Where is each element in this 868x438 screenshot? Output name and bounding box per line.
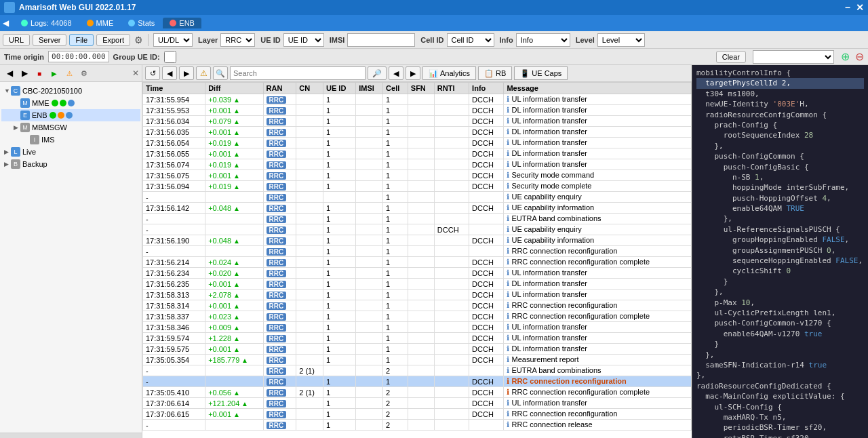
search-input[interactable] — [230, 66, 366, 80]
cell-id-select[interactable]: Cell ID — [447, 33, 494, 47]
col-imsi[interactable]: IMSI — [356, 83, 383, 94]
table-row[interactable]: 17:37:06.615+0.001 ▲RRC12DCCHℹ RRC conne… — [143, 409, 692, 420]
tree-item-backup[interactable]: ▶ B Backup — [1, 158, 140, 170]
table-row[interactable]: 17:37:06.614+121.204 ▲RRC12DCCHℹ UL info… — [143, 398, 692, 409]
tab-enb[interactable]: ENB — [163, 18, 201, 28]
clear-button[interactable]: Clear — [716, 51, 746, 63]
table-row[interactable]: 17:31:56.235+0.001 ▲RRC11DCCHℹ DL inform… — [143, 279, 692, 290]
rb-button[interactable]: 📋 RB — [478, 66, 512, 80]
tree-item-cbc[interactable]: ▼ C CBC-2021050100 — [1, 85, 140, 97]
table-row[interactable]: 17:35:05.354+185.779 ▲RRC11DCCHℹ Measure… — [143, 355, 692, 365]
tree-item-live[interactable]: ▶ L Live — [1, 146, 140, 158]
col-rnti[interactable]: RNTI — [434, 83, 469, 94]
tree-item-mbmsgw[interactable]: ▶ M MBMSGW — [1, 121, 140, 134]
table-row[interactable]: 17:31:56.190+0.048 ▲RRC11DCCHℹ UE capabi… — [143, 235, 692, 246]
imsi-input[interactable] — [347, 33, 415, 47]
search-button[interactable]: 🔍 — [213, 66, 228, 80]
layer-select[interactable]: RRC MAC PHY — [220, 33, 255, 47]
cell-ran: RRC — [263, 398, 296, 409]
log-table-container[interactable]: Time Diff RAN CN UE ID IMSI Cell SFN RNT… — [142, 82, 692, 438]
group-ue-id-checkbox[interactable] — [164, 51, 176, 63]
tree-item-ims[interactable]: I IMS — [1, 134, 140, 146]
table-row[interactable]: -RRC11ℹ EUTRA band combinations — [143, 214, 692, 224]
cell-message: ℹ RRC connection reconfiguration — [504, 246, 692, 257]
tab-stats[interactable]: Stats — [121, 18, 161, 28]
table-row[interactable]: 17:31:59.575+0.001 ▲RRC11DCCHℹ DL inform… — [143, 344, 692, 355]
analytics-button[interactable]: 📊 Analytics — [422, 66, 476, 80]
table-row[interactable]: 17:31:55.953+0.001 ▲RRC11DCCHℹ DL inform… — [143, 105, 692, 116]
col-sfn[interactable]: SFN — [408, 83, 434, 94]
filter-prev[interactable]: ◀ — [389, 66, 403, 80]
table-row[interactable]: 17:31:56.234+0.020 ▲RRC11DCCHℹ UL inform… — [143, 268, 692, 279]
panel-play-button[interactable]: ▶ — [47, 66, 61, 80]
cell-time: 17:35:05.410 — [143, 387, 205, 398]
table-row[interactable]: -RRC11DCCHℹ UE capability enquiry — [143, 224, 692, 235]
table-row[interactable]: 17:31:56.075+0.001 ▲RRC11DCCHℹ Security … — [143, 170, 692, 181]
url-button[interactable]: URL — [3, 34, 30, 46]
tab-logs[interactable]: Logs: 44068 — [14, 18, 79, 28]
table-row[interactable]: 17:31:59.574+1.228 ▲RRC11DCCHℹ UL inform… — [143, 333, 692, 344]
col-info[interactable]: Info — [469, 83, 504, 94]
export-button[interactable]: Export — [96, 34, 130, 46]
col-message[interactable]: Message — [504, 83, 692, 94]
level-select[interactable]: Level — [597, 33, 645, 47]
col-ue-id[interactable]: UE ID — [323, 83, 356, 94]
mme-icon — [87, 20, 94, 26]
logs-icon — [21, 20, 28, 26]
filter-next[interactable]: ▶ — [406, 66, 420, 80]
close-panel-button[interactable]: ✕ — [132, 68, 139, 78]
table-row[interactable]: -RRC1ℹ UE capability enquiry — [143, 192, 692, 203]
table-row[interactable]: 17:31:58.337+0.023 ▲RRC11DCCHℹ RRC conne… — [143, 311, 692, 322]
panel-nav-back[interactable]: ◀ — [3, 66, 16, 80]
table-row[interactable]: 17:31:55.954+0.039 ▲RRC11DCCHℹ UL inform… — [143, 94, 692, 105]
col-ran[interactable]: RAN — [263, 83, 296, 94]
add-filter-icon[interactable]: ⊕ — [841, 50, 850, 63]
table-row[interactable]: -RRC2 (1)2ℹ EUTRA band combinations — [143, 365, 692, 376]
table-row[interactable]: 17:31:56.094+0.019 ▲RRC11DCCHℹ Security … — [143, 181, 692, 192]
settings-icon[interactable]: ⚙ — [134, 35, 143, 45]
minimize-button[interactable]: − — [845, 2, 850, 13]
remove-filter-icon[interactable]: ⊖ — [855, 50, 864, 63]
left-panel-scrollbar[interactable] — [0, 433, 142, 438]
close-button[interactable]: ✕ — [856, 2, 864, 13]
search-icon-button[interactable]: 🔎 — [368, 66, 387, 80]
right-panel[interactable]: mobilityControlInfo { targetPhysCellId 2… — [692, 65, 868, 438]
table-row[interactable]: 17:31:58.314+0.001 ▲RRC11DCCHℹ RRC conne… — [143, 300, 692, 311]
col-time[interactable]: Time — [143, 83, 205, 94]
tree-item-mme[interactable]: M MME — [1, 97, 140, 109]
table-row[interactable]: 17:31:56.035+0.001 ▲RRC11DCCHℹ DL inform… — [143, 127, 692, 138]
tree-item-enb[interactable]: E ENB — [1, 109, 140, 121]
table-row[interactable]: -RRC12ℹ RRC connection release — [143, 420, 692, 431]
file-button[interactable]: File — [69, 34, 94, 46]
ul-dl-select[interactable]: UL/DL UL DL — [153, 33, 193, 47]
table-row[interactable]: 17:31:58.313+2.078 ▲RRC11DCCHℹ UL inform… — [143, 290, 692, 300]
table-row[interactable]: -RRC11DCCHℹ RRC connection reconfigurati… — [143, 376, 692, 387]
col-cell[interactable]: Cell — [383, 83, 408, 94]
table-row[interactable]: 17:31:56.034+0.079 ▲RRC11DCCHℹ UL inform… — [143, 116, 692, 127]
table-row[interactable]: 17:31:56.054+0.019 ▲RRC11DCCHℹ UL inform… — [143, 138, 692, 148]
table-row[interactable]: 17:31:56.214+0.024 ▲RRC11DCCHℹ RRC conne… — [143, 257, 692, 268]
cell-ue-id: 1 — [323, 224, 356, 235]
warning-button[interactable]: ⚠ — [196, 66, 211, 80]
info-select[interactable]: Info — [516, 33, 570, 47]
server-button[interactable]: Server — [33, 34, 66, 46]
table-row[interactable]: 17:31:56.055+0.001 ▲RRC11DCCHℹ DL inform… — [143, 148, 692, 159]
col-diff[interactable]: Diff — [205, 83, 263, 94]
panel-settings-icon[interactable]: ⚙ — [77, 66, 91, 80]
tree-view: ▼ C CBC-2021050100 M MME E — [0, 82, 142, 433]
table-row[interactable]: -RRC11ℹ RRC connection reconfiguration — [143, 246, 692, 257]
ue-id-select[interactable]: UE ID — [283, 33, 324, 47]
table-row[interactable]: 17:31:56.142+0.048 ▲RRC11DCCHℹ UE capabi… — [143, 203, 692, 214]
filter-select[interactable] — [753, 50, 834, 64]
refresh-button[interactable]: ↺ — [145, 66, 160, 80]
panel-stop-button[interactable]: ■ — [33, 66, 46, 80]
ue-caps-button[interactable]: 📱 UE Caps — [514, 66, 568, 80]
next-button[interactable]: ▶ — [179, 66, 194, 80]
panel-nav-forward[interactable]: ▶ — [18, 66, 31, 80]
table-row[interactable]: 17:35:05.410+0.056 ▲RRC2 (1)12DCCHℹ RRC … — [143, 387, 692, 398]
prev-button[interactable]: ◀ — [162, 66, 177, 80]
table-row[interactable]: 17:31:56.074+0.019 ▲RRC11DCCHℹ UL inform… — [143, 159, 692, 170]
table-row[interactable]: 17:31:58.346+0.009 ▲RRC11DCCHℹ UL inform… — [143, 322, 692, 333]
tab-mme[interactable]: MME — [80, 18, 121, 28]
col-cn[interactable]: CN — [296, 83, 323, 94]
